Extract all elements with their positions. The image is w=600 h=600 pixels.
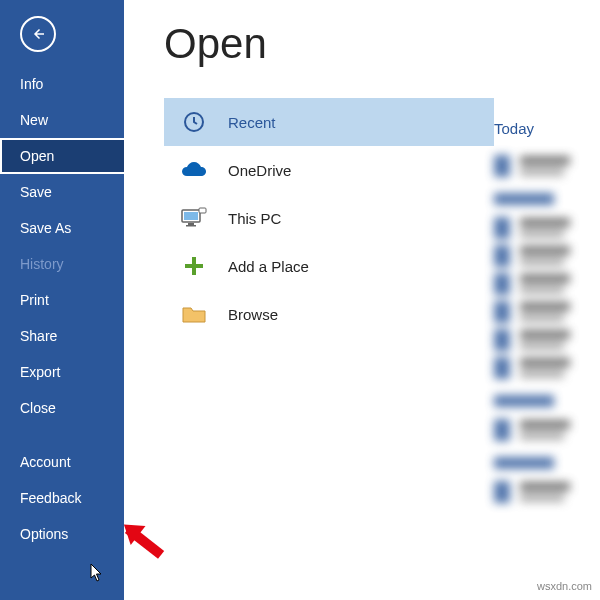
sidebar-item-info[interactable]: Info bbox=[0, 66, 124, 102]
location-this-pc[interactable]: This PC bbox=[164, 194, 494, 242]
location-label: Recent bbox=[228, 114, 276, 131]
recent-files-panel: Today bbox=[494, 20, 600, 600]
sidebar-item-print[interactable]: Print bbox=[0, 282, 124, 318]
location-label: Add a Place bbox=[228, 258, 309, 275]
sidebar-item-save[interactable]: Save bbox=[0, 174, 124, 210]
recent-blurred-items bbox=[494, 155, 600, 503]
svg-rect-2 bbox=[184, 212, 198, 220]
location-label: Browse bbox=[228, 306, 278, 323]
sidebar-item-new[interactable]: New bbox=[0, 102, 124, 138]
location-browse[interactable]: Browse bbox=[164, 290, 494, 338]
recent-group-header: Today bbox=[494, 120, 600, 137]
location-label: OneDrive bbox=[228, 162, 291, 179]
plus-icon bbox=[178, 255, 210, 277]
svg-rect-7 bbox=[185, 264, 203, 268]
back-button[interactable] bbox=[20, 16, 56, 52]
watermark: wsxdn.com bbox=[537, 580, 592, 592]
sidebar-item-share[interactable]: Share bbox=[0, 318, 124, 354]
clock-icon bbox=[178, 110, 210, 134]
sidebar-item-history: History bbox=[0, 246, 124, 282]
sidebar-item-export[interactable]: Export bbox=[0, 354, 124, 390]
main-panel: Open RecentOneDriveThis PCAdd a PlaceBro… bbox=[124, 0, 600, 600]
folder-icon bbox=[178, 304, 210, 324]
svg-rect-3 bbox=[188, 223, 194, 225]
sidebar-item-save-as[interactable]: Save As bbox=[0, 210, 124, 246]
location-add-a-place[interactable]: Add a Place bbox=[164, 242, 494, 290]
backstage-view: InfoNewOpenSaveSave AsHistoryPrintShareE… bbox=[0, 0, 600, 600]
arrow-left-icon bbox=[29, 25, 47, 43]
sidebar-item-open[interactable]: Open bbox=[0, 138, 124, 174]
sidebar: InfoNewOpenSaveSave AsHistoryPrintShareE… bbox=[0, 0, 124, 600]
location-label: This PC bbox=[228, 210, 281, 227]
svg-rect-4 bbox=[186, 225, 196, 227]
location-list: RecentOneDriveThis PCAdd a PlaceBrowse bbox=[164, 98, 494, 338]
location-recent[interactable]: Recent bbox=[164, 98, 494, 146]
sidebar-item-account[interactable]: Account bbox=[0, 444, 124, 480]
onedrive-icon bbox=[178, 160, 210, 180]
sidebar-item-options[interactable]: Options bbox=[0, 516, 124, 552]
svg-rect-5 bbox=[199, 208, 206, 213]
pc-icon bbox=[178, 207, 210, 229]
page-title: Open bbox=[164, 20, 494, 68]
location-onedrive[interactable]: OneDrive bbox=[164, 146, 494, 194]
sidebar-item-feedback[interactable]: Feedback bbox=[0, 480, 124, 516]
sidebar-item-close[interactable]: Close bbox=[0, 390, 124, 426]
